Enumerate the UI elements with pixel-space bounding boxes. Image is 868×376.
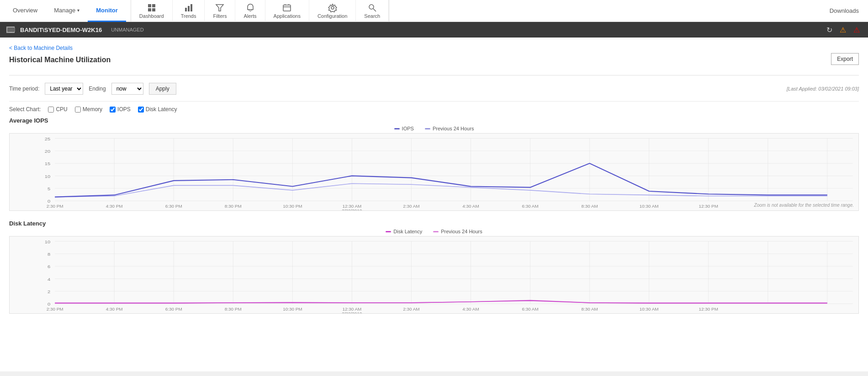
svg-text:6:30 PM: 6:30 PM [165, 307, 182, 311]
nav-applications[interactable]: Applications [265, 0, 309, 22]
svg-text:4: 4 [48, 277, 50, 281]
back-to-machine-details-link[interactable]: < Back to Machine Details [9, 45, 73, 51]
select-chart-label: Select Chart: [9, 106, 41, 113]
svg-rect-5 [188, 6, 190, 11]
svg-text:0: 0 [48, 199, 50, 204]
cpu-checkbox[interactable] [48, 107, 54, 113]
svg-text:12:30 AM: 12:30 AM [342, 204, 361, 208]
top-nav: Overview Manage ▾ Monitor Dashboard Tren… [0, 0, 868, 22]
disk-latency-chart-container: 10 8 6 4 2 0 2:30 PM 4:30 PM 6:30 PM 8:3… [9, 236, 859, 314]
svg-text:2:30 PM: 2:30 PM [47, 307, 64, 311]
svg-rect-0 [148, 4, 151, 7]
svg-text:12:30 PM: 12:30 PM [699, 204, 718, 208]
svg-point-16 [369, 5, 374, 9]
svg-text:6: 6 [48, 264, 50, 269]
iops-zoom-note: Zoom is not available for the selected t… [754, 203, 854, 208]
checkbox-iops[interactable]: IOPS [110, 106, 131, 113]
nav-icons: Dashboard Trends Filters Alerts Applicat… [131, 0, 389, 22]
disk-latency-chart-title: Disk Latency [9, 220, 859, 227]
svg-rect-11 [283, 5, 291, 11]
downloads-link[interactable]: Downloads [820, 7, 868, 14]
iops-chart-section: Average IOPS IOPS Previous 24 Hours [9, 117, 859, 211]
nav-search[interactable]: Search [356, 0, 389, 22]
memory-checkbox[interactable] [75, 107, 81, 113]
nav-manage[interactable]: Manage ▾ [46, 0, 88, 22]
svg-rect-3 [152, 8, 155, 11]
time-period-select[interactable]: Last year [45, 83, 83, 95]
svg-text:4:30 AM: 4:30 AM [462, 204, 479, 208]
svg-text:4:30 AM: 4:30 AM [462, 307, 479, 311]
svg-text:25: 25 [45, 136, 51, 141]
svg-text:6:30 PM: 6:30 PM [165, 204, 182, 208]
alert-orange-button[interactable]: ⚠ [838, 25, 848, 35]
iops-legend-iops: IOPS [394, 126, 414, 131]
disk-latency-chart-svg: 10 8 6 4 2 0 2:30 PM 4:30 PM 6:30 PM 8:3… [10, 236, 858, 313]
svg-text:2:30 AM: 2:30 AM [403, 204, 419, 208]
disk-latency-legend-dot [386, 231, 391, 232]
svg-text:10: 10 [45, 174, 51, 178]
svg-text:4:30 PM: 4:30 PM [106, 307, 123, 311]
svg-point-15 [331, 6, 334, 9]
svg-line-17 [373, 9, 376, 11]
machine-status: UNMANAGED [111, 27, 144, 32]
nav-alerts[interactable]: Alerts [235, 0, 265, 22]
iops-legend-prev: Previous 24 Hours [425, 126, 474, 131]
checkbox-memory[interactable]: Memory [75, 106, 102, 113]
svg-text:12:30 PM: 12:30 PM [699, 307, 718, 311]
ending-label: Ending [89, 86, 106, 92]
iops-checkbox[interactable] [110, 107, 116, 113]
iops-chart-svg: 25 20 15 10 5 0 2:30 PM 4:30 PM 6:30 PM … [10, 134, 858, 210]
svg-text:5: 5 [48, 187, 50, 191]
content-area: < Back to Machine Details Historical Mac… [0, 38, 868, 371]
svg-text:15: 15 [45, 161, 51, 166]
svg-text:10: 10 [45, 239, 51, 244]
svg-text:6:30 AM: 6:30 AM [522, 204, 538, 208]
nav-trends[interactable]: Trends [173, 0, 205, 22]
disk-latency-legend-item: Disk Latency [386, 229, 422, 234]
svg-text:8:30 AM: 8:30 AM [581, 307, 598, 311]
svg-rect-6 [191, 4, 192, 11]
iops-chart-container: 25 20 15 10 5 0 2:30 PM 4:30 PM 6:30 PM … [9, 133, 859, 211]
iops-legend-dot [394, 128, 400, 129]
alert-red-button[interactable]: ⚠ [852, 25, 862, 35]
nav-dashboard[interactable]: Dashboard [131, 0, 173, 22]
export-button[interactable]: Export [831, 53, 859, 65]
disk-latency-prev-legend-item: Previous 24 Hours [433, 229, 482, 234]
select-chart-row: Select Chart: CPU Memory IOPS Disk Laten… [9, 101, 859, 113]
disk-latency-prev-legend-dot [433, 231, 439, 232]
ending-select[interactable]: now [111, 83, 143, 95]
iops-chart-title: Average IOPS [9, 117, 859, 124]
svg-text:8: 8 [48, 252, 50, 257]
machine-bar: BANDIT\SYED-DEMO-W2K16 UNMANAGED ↻ ⚠ ⚠ [0, 22, 868, 38]
disk-latency-checkbox[interactable] [138, 107, 144, 113]
svg-text:0: 0 [48, 302, 50, 306]
svg-rect-19 [7, 28, 15, 31]
svg-text:10:30 PM: 10:30 PM [283, 204, 302, 208]
svg-text:10:30 AM: 10:30 AM [640, 204, 659, 208]
refresh-button[interactable]: ↻ [825, 25, 834, 35]
disk-latency-chart-section: Disk Latency Disk Latency Previous 24 Ho… [9, 220, 859, 314]
machine-bar-actions: ↻ ⚠ ⚠ [825, 25, 862, 35]
nav-overview[interactable]: Overview [5, 0, 46, 22]
checkbox-disk-latency[interactable]: Disk Latency [138, 106, 177, 113]
apply-button[interactable]: Apply [149, 83, 176, 95]
nav-filters[interactable]: Filters [205, 0, 235, 22]
svg-text:8:30 PM: 8:30 PM [225, 307, 242, 311]
svg-text:2: 2 [48, 290, 50, 294]
svg-text:12:30 AM: 12:30 AM [342, 307, 361, 311]
machine-name: BANDIT\SYED-DEMO-W2K16 [20, 27, 102, 33]
page-title: Historical Machine Utilization [9, 56, 111, 70]
nav-configuration[interactable]: Configuration [309, 0, 356, 22]
svg-text:2/22/2019: 2/22/2019 [342, 209, 362, 210]
svg-text:8:30 PM: 8:30 PM [225, 204, 242, 208]
svg-text:20: 20 [45, 149, 51, 154]
nav-monitor[interactable]: Monitor [88, 0, 126, 22]
machine-icon [6, 27, 15, 33]
checkbox-cpu[interactable]: CPU [48, 106, 67, 113]
svg-text:8:30 AM: 8:30 AM [581, 204, 598, 208]
time-period-label: Time period: [9, 86, 39, 92]
svg-text:10:30 PM: 10:30 PM [283, 307, 302, 311]
svg-marker-7 [216, 5, 223, 11]
svg-rect-4 [185, 8, 187, 11]
disk-latency-legend: Disk Latency Previous 24 Hours [9, 229, 859, 234]
